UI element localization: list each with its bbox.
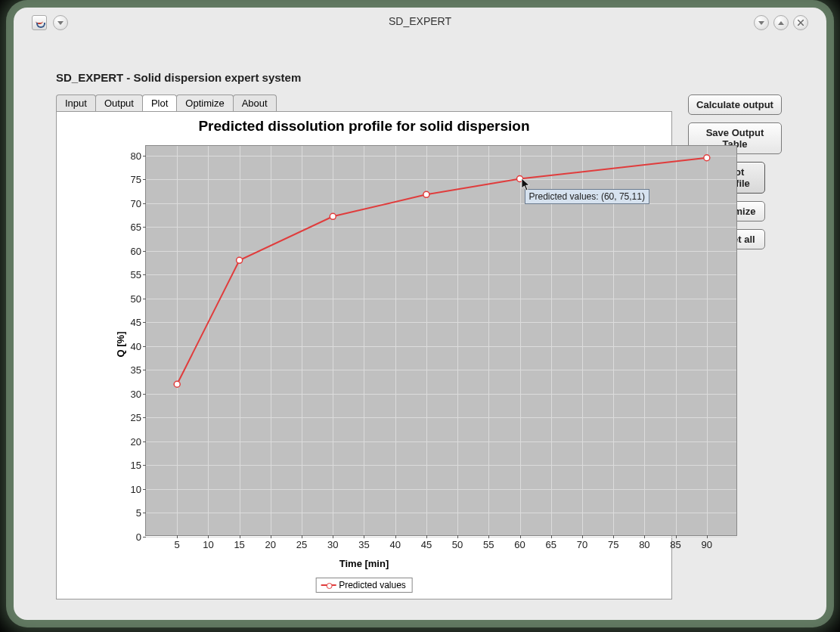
ytick-label: 65: [131, 222, 141, 233]
ytick-label: 5: [136, 507, 141, 519]
xtick-label: 40: [389, 539, 400, 550]
chart-legend: Predicted values: [315, 578, 413, 593]
xtick-label: 80: [639, 539, 649, 550]
xtick-label: 90: [702, 539, 712, 550]
svg-point-0: [174, 381, 180, 387]
minimize-button[interactable]: [754, 15, 769, 30]
ytick-label: 10: [131, 483, 141, 494]
xtick-label: 15: [234, 539, 244, 550]
xtick-label: 50: [452, 539, 463, 550]
xtick-label: 85: [670, 539, 680, 550]
xtick-label: 75: [608, 539, 618, 550]
ytick-label: 35: [131, 364, 141, 376]
chart-ylabel: Q [%]: [115, 332, 126, 358]
xtick-label: 5: [175, 539, 180, 550]
tab-optimize[interactable]: Optimize: [176, 94, 233, 111]
svg-point-1: [237, 257, 243, 263]
tab-bar: InputOutputPlotOptimizeAbout: [56, 94, 672, 111]
chart-plot-area[interactable]: Predicted values: (60, 75,11) 5101520253…: [145, 145, 737, 536]
tab-input[interactable]: Input: [56, 94, 96, 111]
cursor-icon: [521, 178, 532, 191]
ytick-label: 30: [131, 388, 141, 399]
window-title: SD_EXPERT: [14, 15, 826, 27]
xtick-label: 10: [203, 539, 213, 550]
page-title: SD_EXPERT - Solid dispersion expert syst…: [56, 71, 784, 84]
xtick-label: 25: [296, 539, 307, 550]
ytick-label: 40: [131, 340, 141, 352]
calculate-output-button[interactable]: Calculate output: [688, 94, 782, 115]
chart-title: Predicted dissolution profile for solid …: [57, 118, 671, 135]
xtick-label: 30: [327, 539, 338, 550]
tab-plot[interactable]: Plot: [142, 94, 177, 111]
xtick-label: 65: [546, 539, 556, 550]
xtick-label: 45: [421, 539, 432, 550]
ytick-label: 55: [131, 269, 141, 280]
legend-label: Predicted values: [339, 580, 406, 590]
tab-content-plot: Predicted dissolution profile for solid …: [56, 111, 672, 599]
svg-point-3: [423, 191, 429, 197]
ytick-label: 75: [131, 174, 141, 185]
ytick-label: 20: [131, 435, 141, 447]
ytick-label: 25: [131, 412, 141, 423]
titlebar: SD_EXPERT: [14, 8, 826, 35]
xtick-label: 70: [577, 539, 587, 550]
svg-point-2: [330, 213, 336, 219]
tab-about[interactable]: About: [233, 94, 277, 111]
ytick-label: 80: [131, 150, 141, 161]
chart-xlabel: Time [min]: [57, 558, 671, 569]
ytick-label: 15: [131, 460, 141, 471]
maximize-button[interactable]: [773, 15, 789, 30]
tab-output[interactable]: Output: [95, 94, 143, 111]
ytick-label: 60: [131, 245, 141, 256]
legend-marker-icon: [321, 581, 336, 589]
chart-tooltip: Predicted values: (60, 75,11): [525, 189, 649, 204]
ytick-label: 70: [131, 197, 141, 209]
close-button[interactable]: [793, 15, 808, 30]
xtick-label: 60: [514, 539, 525, 550]
ytick-label: 0: [136, 531, 141, 543]
xtick-label: 55: [483, 539, 494, 550]
xtick-label: 35: [358, 539, 369, 550]
app-window: SD_EXPERT SD_EXPERT - Solid dispersion e…: [14, 8, 826, 620]
xtick-label: 20: [265, 539, 276, 550]
ytick-label: 45: [131, 317, 141, 328]
ytick-label: 50: [131, 293, 141, 304]
svg-point-5: [704, 155, 710, 161]
